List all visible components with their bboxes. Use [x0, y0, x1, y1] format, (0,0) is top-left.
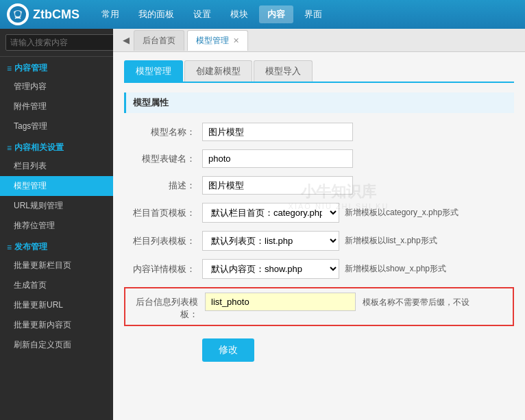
section-icon-3: ≡: [7, 243, 12, 252]
hint-list-template-field: 模板名称不需要带后缀，不设: [363, 293, 469, 308]
logo-text: ZtbCMS: [33, 8, 80, 22]
select-category-template[interactable]: 默认栏目首页：category.php: [202, 203, 339, 223]
category-template-group: 默认栏目首页：category.php 新增模板以category_x.php形…: [202, 203, 459, 223]
nav-settings[interactable]: 设置: [185, 5, 219, 23]
top-navigation: ZtbCMS 常用 我的面板 设置 模块 内容 界面: [0, 0, 525, 29]
sidebar-item-model-mgmt[interactable]: 模型管理: [0, 176, 113, 196]
nav-items: 常用 我的面板 设置 模块 内容 界面: [93, 5, 330, 23]
tab-bar: ◀ 后台首页 模型管理 ✕: [113, 29, 525, 52]
label-category-template: 栏目首页模板：: [127, 207, 202, 219]
nav-modules[interactable]: 模块: [222, 5, 256, 23]
submit-button[interactable]: 修改: [202, 338, 254, 362]
tab-model-mgmt[interactable]: 模型管理 ✕: [187, 30, 248, 51]
section-title: 模型属性: [124, 92, 514, 113]
form-row-model-key: 模型表键名：: [124, 149, 514, 168]
sidebar-section-publish: ≡ 发布管理: [0, 236, 113, 256]
sidebar-item-url-rules[interactable]: URL规则管理: [0, 196, 113, 216]
form-row-desc: 描述：: [124, 176, 514, 195]
sidebar-section-content-mgmt: ≡ 内容管理: [0, 57, 113, 77]
nav-content[interactable]: 内容: [259, 5, 293, 23]
sidebar-item-column-list[interactable]: 栏目列表: [0, 156, 113, 176]
detail-template-group: 默认内容页：show.php 新增模板以show_x.php形式: [202, 259, 446, 279]
sub-tab-model-mgmt[interactable]: 模型管理: [124, 60, 183, 82]
search-box: 🔍: [0, 29, 113, 57]
input-list-template-field[interactable]: [205, 293, 356, 311]
logo: ZtbCMS: [7, 3, 80, 25]
section-icon-2: ≡: [7, 143, 12, 153]
page-content: 模型管理 创建新模型 模型导入 模型属性 模型名称： 模型表键名：: [113, 52, 525, 420]
content-area: ◀ 后台首页 模型管理 ✕ 模型管理 创建新模型 模型导入 模型属性: [113, 29, 525, 420]
tab-home[interactable]: 后台首页: [134, 30, 184, 51]
sidebar-section-content-settings: ≡ 内容相关设置: [0, 136, 113, 156]
select-detail-template[interactable]: 默认内容页：show.php: [202, 259, 339, 279]
select-list-template[interactable]: 默认列表页：list.php: [202, 231, 339, 251]
sidebar-item-tags[interactable]: Tags管理: [0, 116, 113, 136]
sidebar-item-refresh-custom[interactable]: 刷新自定义页面: [0, 335, 113, 355]
form-row-detail-template: 内容详情模板： 默认内容页：show.php 新增模板以show_x.php形式: [124, 259, 514, 279]
label-model-key: 模型表键名：: [127, 153, 202, 165]
input-model-name[interactable]: [202, 123, 353, 141]
sidebar-item-attachments[interactable]: 附件管理: [0, 97, 113, 116]
sub-tab-create-model[interactable]: 创建新模型: [184, 60, 252, 82]
sidebar-item-batch-column[interactable]: 批量更新栏目页: [0, 256, 113, 275]
sub-tabs: 模型管理 创建新模型 模型导入: [124, 60, 514, 83]
hint-category-template: 新增模板以category_x.php形式: [345, 207, 459, 219]
logo-icon: [7, 3, 29, 25]
svg-point-1: [15, 11, 21, 16]
label-list-template-field: 后台信息列表模板：: [130, 293, 205, 321]
nav-interface[interactable]: 界面: [296, 5, 330, 23]
form-row-list-template: 栏目列表模板： 默认列表页：list.php 新增模板以list_x.php形式: [124, 231, 514, 251]
section-icon-1: ≡: [7, 64, 12, 73]
input-model-key[interactable]: [202, 149, 353, 168]
form-row-list-template-highlight: 后台信息列表模板： 模板名称不需要带后缀，不设: [124, 287, 514, 326]
content-wrapper: 模型管理 创建新模型 模型导入 模型属性 模型名称： 模型表键名：: [124, 60, 514, 362]
tab-close-icon[interactable]: ✕: [233, 36, 239, 45]
hint-detail-template: 新增模板以show_x.php形式: [345, 263, 446, 275]
sidebar-item-recommend[interactable]: 推荐位管理: [0, 216, 113, 236]
tab-arrow[interactable]: ◀: [119, 32, 134, 48]
search-input[interactable]: [5, 34, 113, 51]
label-detail-template: 内容详情模板：: [127, 263, 202, 275]
form-row-category-template: 栏目首页模板： 默认栏目首页：category.php 新增模板以categor…: [124, 203, 514, 223]
label-desc: 描述：: [127, 180, 202, 192]
sidebar-item-batch-content[interactable]: 批量更新内容页: [0, 315, 113, 335]
form-row-model-name: 模型名称：: [124, 123, 514, 141]
hint-list-template: 新增模板以list_x.php形式: [345, 235, 437, 247]
nav-common[interactable]: 常用: [93, 5, 127, 23]
list-template-group: 默认列表页：list.php 新增模板以list_x.php形式: [202, 231, 437, 251]
sidebar-item-manage-content[interactable]: 管理内容: [0, 77, 113, 97]
nav-dashboard[interactable]: 我的面板: [130, 5, 182, 23]
sidebar: 🔍 ≡ 内容管理 管理内容 附件管理 Tags管理 ≡ 内容相关设置 栏目列表 …: [0, 29, 113, 420]
label-model-name: 模型名称：: [127, 126, 202, 138]
main-container: 🔍 ≡ 内容管理 管理内容 附件管理 Tags管理 ≡ 内容相关设置 栏目列表 …: [0, 29, 525, 420]
sub-tab-import-model[interactable]: 模型导入: [254, 60, 313, 82]
input-desc[interactable]: [202, 176, 353, 195]
sidebar-item-gen-home[interactable]: 生成首页: [0, 275, 113, 295]
label-list-template: 栏目列表模板：: [127, 235, 202, 247]
sidebar-item-batch-url[interactable]: 批量更新URL: [0, 295, 113, 315]
